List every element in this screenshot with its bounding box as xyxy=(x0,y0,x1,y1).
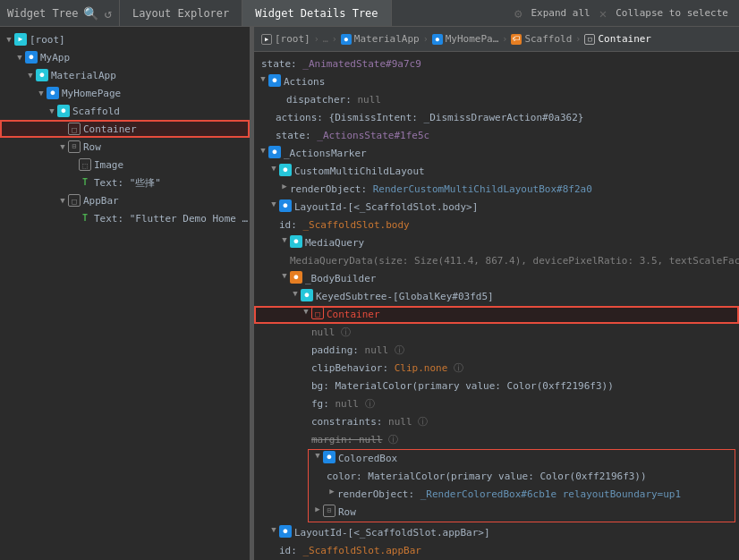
mediaquery-label: MediaQuery xyxy=(305,235,364,251)
detail-row-in-box[interactable]: ▶ ⊟ Row xyxy=(309,504,735,522)
detail-mediaquery[interactable]: ▼ ● MediaQuery xyxy=(254,234,739,252)
arrow-actionsmarker[interactable]: ▼ xyxy=(258,146,268,155)
detail-layoutid-appbar[interactable]: ▼ ● LayoutId-[<_ScaffoldSlot.appBar>] xyxy=(254,524,739,542)
row-box-icon: ⊟ xyxy=(323,505,336,517)
detail-actionsmarker[interactable]: ▼ ● _ActionsMarker xyxy=(254,145,739,163)
fg-text: fg: null ⓘ xyxy=(311,396,375,412)
myapp-label: MyApp xyxy=(40,52,70,64)
detail-keyedsubtree[interactable]: ▼ ● KeyedSubtree-[GlobalKey#03fd5] xyxy=(254,288,739,306)
tab-widget-details[interactable]: Widget Details Tree xyxy=(242,0,391,26)
margin-text: margin: null ⓘ xyxy=(311,432,398,448)
arrow-keyedsubtree[interactable]: ▼ xyxy=(290,289,301,298)
container-label: Container xyxy=(83,123,137,135)
row-icon: ⊟ xyxy=(68,140,81,153)
detail-tree-area: state: _AnimatedState#9a7c9 ▼ ● Actions … xyxy=(254,52,739,560)
arrow-container-detail[interactable]: ▼ xyxy=(301,307,311,316)
arrow-layoutid-body[interactable]: ▼ xyxy=(268,199,279,208)
constraints-text: constraints: null ⓘ xyxy=(311,414,428,430)
bc-root-label: [root] xyxy=(275,33,310,45)
detail-state-val: state: _ActionsState#1fe5c xyxy=(254,127,739,145)
tree-node-row[interactable]: ▼ ⊟ Row xyxy=(0,138,250,156)
bc-container-icon: □ xyxy=(584,34,595,45)
layoutid-appbar-icon: ● xyxy=(279,525,292,538)
arrow-renderobj-cb[interactable]: ▶ xyxy=(327,487,337,496)
bc-myhomepage-label: MyHomePa… xyxy=(446,33,499,45)
padding-text: padding: null ⓘ xyxy=(311,343,404,359)
arrow-materialapp: ▼ xyxy=(25,71,36,80)
arrow-customlayout[interactable]: ▼ xyxy=(268,164,279,173)
bc-myhomepage-icon: ● xyxy=(432,34,443,45)
tree-node-appbar[interactable]: ▼ □ AppBar xyxy=(0,191,250,209)
keyedsubtree-icon: ● xyxy=(301,289,313,301)
detail-container-node[interactable]: ▼ □ Container xyxy=(254,306,739,324)
container-detail-icon: □ xyxy=(311,307,324,319)
expand-all-button[interactable]: Expand all xyxy=(527,5,593,21)
bc-myhomepage[interactable]: ● MyHomePa… xyxy=(432,33,499,45)
bc-sep4: › xyxy=(502,34,507,44)
materialapp-icon: ● xyxy=(36,69,48,81)
image-icon: ⬚ xyxy=(79,158,91,171)
bc-sep1: › xyxy=(314,34,319,44)
arrow-row: ▼ xyxy=(57,142,68,151)
tree-node-scaffold[interactable]: ▼ ● Scaffold xyxy=(0,102,250,120)
sep1: ✕ xyxy=(599,6,607,21)
detail-id-appbar: id: _ScaffoldSlot.appBar xyxy=(254,542,739,560)
tree-node-appbar-text[interactable]: T Text: "Flutter Demo Home …" xyxy=(0,209,250,227)
bc-container[interactable]: □ Container xyxy=(584,33,651,45)
arrow-mediaquery[interactable]: ▼ xyxy=(279,235,290,244)
arrow-coloredbox[interactable]: ▼ xyxy=(312,451,323,460)
bc-scaffold[interactable]: 🏷 Scaffold xyxy=(511,33,572,45)
bc-root[interactable]: ▶ [root] xyxy=(261,33,310,45)
detail-coloredbox[interactable]: ▼ ● ColoredBox xyxy=(309,450,735,468)
coloredbox-icon: ● xyxy=(323,451,336,463)
arrow-actions[interactable]: ▼ xyxy=(258,74,268,83)
detail-bodybuilder[interactable]: ▼ ● _BodyBuilder xyxy=(254,270,739,288)
bc-materialapp-icon: ● xyxy=(341,34,352,45)
detail-color-val: color: MaterialColor(primary value: Colo… xyxy=(309,468,735,486)
state-text: state: _AnimatedState#9a7c9 xyxy=(261,56,421,72)
arrow-bodybuilder[interactable]: ▼ xyxy=(279,271,290,280)
search-icon[interactable]: 🔍 xyxy=(83,6,98,21)
detail-clipbehavior: clipBehavior: Clip.none ⓘ xyxy=(254,360,739,378)
bc-materialapp[interactable]: ● MaterialApp xyxy=(341,33,420,45)
collapse-to-selected-button[interactable]: Collapse to selecte xyxy=(612,5,732,21)
id-body-text: id: _ScaffoldSlot.body xyxy=(279,217,410,233)
detail-customlayout[interactable]: ▼ ● CustomMultiChildLayout xyxy=(254,163,739,181)
arrow-myhomepage: ▼ xyxy=(36,89,47,98)
tree-node-text[interactable]: T Text: "些捀" xyxy=(0,174,250,191)
tree-node-myhomepage[interactable]: ▼ ● MyHomePage xyxy=(0,84,250,102)
detail-id-body: id: _ScaffoldSlot.body xyxy=(254,216,739,234)
arrow-rendercustom[interactable]: ▶ xyxy=(279,182,290,191)
null-text: null ⓘ xyxy=(311,325,351,341)
widget-tree-title: Widget Tree xyxy=(7,7,78,20)
root-icon: ▶ xyxy=(14,33,27,46)
detail-renderobj-coloredbox: ▶ renderObject: _RenderColoredBox#6cb1e … xyxy=(309,486,735,504)
tree-node-root[interactable]: ▼ ▶ [root] xyxy=(0,30,250,48)
tree-node-materialapp[interactable]: ▼ ● MaterialApp xyxy=(0,66,250,84)
arrow-row-box[interactable]: ▶ xyxy=(312,505,323,513)
bc-root-icon: ▶ xyxy=(261,34,272,45)
detail-bg: bg: MaterialColor(primary value: Color(0… xyxy=(254,378,739,395)
detail-actions[interactable]: ▼ ● Actions xyxy=(254,73,739,91)
top-bar: Widget Tree 🔍 ↺ Layout Explorer Widget D… xyxy=(0,0,739,27)
dispatcher-text: dispatcher: null xyxy=(286,92,381,108)
row-box-label: Row xyxy=(338,505,356,521)
tree-node-container[interactable]: □ Container xyxy=(0,120,250,138)
text-icon: T xyxy=(79,176,91,189)
tree-node-myapp[interactable]: ▼ ● MyApp xyxy=(0,48,250,66)
detail-rendercustom: ▶ renderObject: RenderCustomMultiChildLa… xyxy=(254,181,739,199)
arrow-layoutid-appbar[interactable]: ▼ xyxy=(268,525,279,534)
bc-scaffold-icon: 🏷 xyxy=(511,34,522,45)
arrow-myapp: ▼ xyxy=(14,53,25,62)
bodybuilder-icon: ● xyxy=(290,271,302,284)
tab-layout-explorer[interactable]: Layout Explorer xyxy=(120,0,242,26)
bc-sep5: › xyxy=(575,34,581,44)
bc-sep3: › xyxy=(423,34,429,44)
refresh-icon[interactable]: ↺ xyxy=(104,6,111,21)
breadcrumb-bar: ▶ [root] › … › ● MaterialApp › ● MyHomeP… xyxy=(254,27,739,52)
customlayout-icon: ● xyxy=(279,164,292,176)
scaffold-label: Scaffold xyxy=(72,106,120,117)
detail-layoutid-body[interactable]: ▼ ● LayoutId-[<_ScaffoldSlot.body>] xyxy=(254,199,739,216)
bc-ellipsis: … xyxy=(323,34,328,44)
tree-node-image[interactable]: ⬚ Image xyxy=(0,156,250,174)
